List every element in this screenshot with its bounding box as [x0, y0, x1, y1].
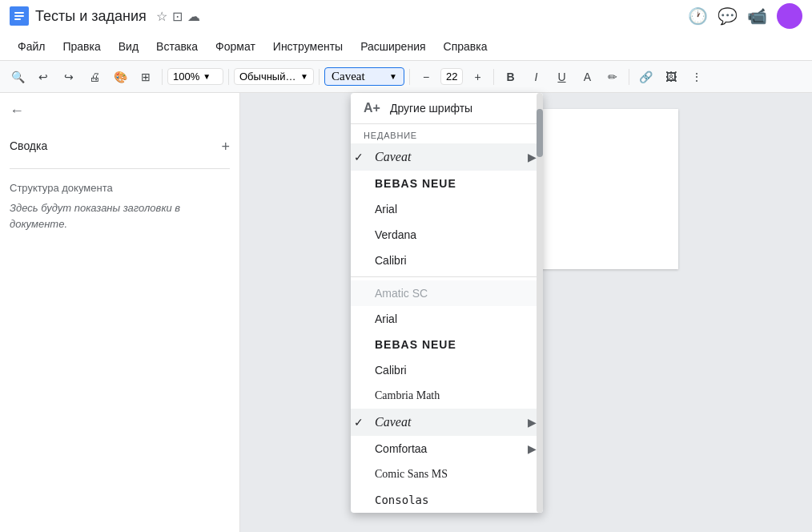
separator-3 [319, 69, 320, 85]
all-font-arial[interactable]: Arial [351, 306, 543, 332]
style-selector[interactable]: Обычный… ▼ [234, 68, 314, 85]
dropdown-scroll-thumb [537, 109, 543, 157]
sidebar-title-row: Сводка + [10, 139, 230, 155]
sidebar-note: Здесь будут показаны заголовки в докумен… [10, 200, 230, 232]
other-fonts-button[interactable]: A+ Другие шрифты [351, 93, 543, 124]
all-font-amatic: Amatic SC [351, 280, 543, 306]
sidebar-divider [10, 168, 230, 169]
style-arrow: ▼ [300, 72, 308, 81]
separator-4 [409, 69, 410, 85]
separator-1 [162, 69, 163, 85]
font-name-amatic: Amatic SC [375, 287, 428, 300]
menu-insert[interactable]: Вставка [148, 37, 206, 56]
all-font-consolas[interactable]: Consolas [351, 487, 543, 513]
recent-font-bebas[interactable]: BEBAS NEUE [351, 171, 543, 196]
all-font-comic[interactable]: Comic Sans MS [351, 461, 543, 487]
svg-rect-2 [14, 15, 24, 17]
svg-rect-3 [14, 18, 21, 20]
cloud-icon[interactable]: ☁ [187, 9, 200, 24]
font-size-value: 22 [446, 71, 457, 83]
font-name-calibri-recent: Calibri [375, 254, 407, 267]
title-icons: ☆ ⊡ ☁ [156, 9, 200, 24]
search-button[interactable]: 🔍 [6, 66, 29, 88]
other-fonts-label: Другие шрифты [390, 102, 472, 115]
avatar[interactable] [777, 3, 802, 29]
font-name-bebas-recent: BEBAS NEUE [375, 177, 456, 190]
all-font-cambria[interactable]: Cambria Math [351, 383, 543, 409]
all-font-caveat[interactable]: ✓ Caveat ▶ [351, 409, 543, 436]
print-button[interactable]: 🖨 [83, 66, 106, 88]
font-name-bebas: BEBAS NEUE [375, 338, 456, 351]
check-icon-caveat: ✓ [354, 151, 364, 163]
font-name-consolas: Consolas [375, 494, 428, 506]
arrow-caveat-all: ▶ [528, 416, 537, 429]
recent-section-label: НЕДАВНИЕ [351, 124, 543, 143]
video-icon[interactable]: 📹 [747, 6, 767, 26]
sidebar-add-button[interactable]: + [221, 139, 230, 155]
other-fonts-icon: A+ [364, 101, 380, 115]
recent-font-arial[interactable]: Arial [351, 196, 543, 222]
star-icon[interactable]: ☆ [156, 9, 167, 24]
title-bar: Тесты и задания ☆ ⊡ ☁ 🕐 💬 📹 [0, 0, 812, 32]
undo-button[interactable]: ↩ [32, 66, 54, 88]
bold-button[interactable]: B [499, 66, 521, 88]
font-name-calibri: Calibri [375, 364, 407, 377]
separator-6 [629, 69, 629, 85]
underline-button[interactable]: U [550, 66, 573, 88]
all-font-calibri[interactable]: Calibri [351, 357, 543, 383]
font-name-arial: Arial [375, 312, 397, 325]
all-font-comfortaa[interactable]: Comfortaa ▶ [351, 436, 543, 461]
image-button[interactable]: 🖼 [660, 66, 682, 88]
doc-title: Тесты и задания [35, 8, 147, 25]
sidebar-header: ← [10, 103, 230, 126]
sidebar-section-title: Структура документа [10, 182, 230, 194]
font-size-box[interactable]: 22 [440, 68, 463, 85]
menu-extensions[interactable]: Расширения [352, 37, 433, 56]
paint-button[interactable]: 🎨 [109, 66, 131, 88]
zoom-value: 100% [173, 71, 199, 83]
zoom-arrow: ▼ [203, 72, 211, 81]
font-name-comic: Comic Sans MS [375, 468, 448, 481]
menu-file[interactable]: Файл [10, 37, 53, 56]
link-button[interactable]: 🔗 [634, 66, 657, 88]
history-icon[interactable]: 🕐 [688, 6, 708, 26]
menu-bar: Файл Правка Вид Вставка Формат Инструмен… [0, 32, 812, 61]
dropdown-scrollbar[interactable] [537, 93, 543, 513]
sidebar-back-button[interactable]: ← [10, 103, 24, 119]
menu-edit[interactable]: Правка [54, 37, 108, 56]
sidebar: ← Сводка + Структура документа Здесь буд… [0, 93, 240, 532]
style-value: Обычный… [239, 71, 295, 83]
font-dropdown: A+ Другие шрифты НЕДАВНИЕ ✓ Caveat ▶ BEB… [351, 93, 543, 513]
recent-font-calibri[interactable]: Calibri [351, 248, 543, 273]
font-name-arrow: ▼ [389, 72, 397, 81]
font-size-minus-button[interactable]: − [415, 66, 437, 88]
menu-help[interactable]: Справка [436, 37, 496, 56]
recent-font-verdana[interactable]: Verdana [351, 222, 543, 248]
font-name-comfortaa: Comfortaa [375, 442, 427, 455]
chat-icon[interactable]: 💬 [718, 6, 738, 26]
font-name-caveat-all: Caveat [375, 415, 411, 429]
all-font-bebas[interactable]: BEBAS NEUE [351, 332, 543, 357]
text-color-button[interactable]: A [576, 66, 598, 88]
more-button[interactable]: ⋮ [685, 66, 708, 88]
highlight-button[interactable]: ✏ [601, 66, 624, 88]
folder-icon[interactable]: ⊡ [172, 9, 183, 24]
redo-button[interactable]: ↪ [58, 66, 80, 88]
italic-button[interactable]: I [525, 66, 547, 88]
check-icon-caveat-all: ✓ [354, 416, 364, 429]
font-size-plus-button[interactable]: + [466, 66, 488, 88]
menu-format[interactable]: Формат [207, 37, 263, 56]
menu-view[interactable]: Вид [111, 37, 147, 56]
format-button[interactable]: ⊞ [135, 66, 157, 88]
font-name-arial-recent: Arial [375, 203, 397, 216]
doc-icon [10, 6, 29, 26]
font-name-caveat-recent: Caveat [375, 150, 411, 164]
font-name-selector[interactable]: Caveat ▼ [324, 67, 404, 86]
font-name-verdana-recent: Verdana [375, 228, 416, 241]
all-fonts-divider [351, 276, 543, 277]
separator-5 [493, 69, 494, 85]
arrow-caveat-recent: ▶ [528, 151, 537, 163]
recent-font-caveat[interactable]: ✓ Caveat ▶ [351, 143, 543, 171]
zoom-selector[interactable]: 100% ▼ [167, 68, 223, 85]
menu-tools[interactable]: Инструменты [265, 37, 351, 56]
